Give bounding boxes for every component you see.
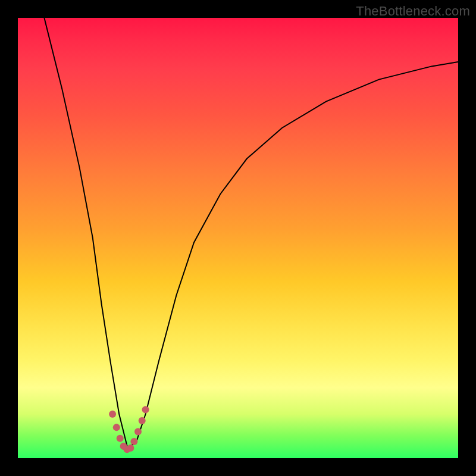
highlight-dot [139, 417, 146, 424]
highlight-dot [134, 428, 142, 436]
highlight-dot [109, 411, 116, 418]
highlight-dot [127, 444, 134, 452]
bottleneck-chart [18, 18, 458, 458]
plot-frame [18, 18, 458, 458]
highlight-dot [142, 406, 149, 414]
bottleneck-curve [44, 18, 458, 449]
highlight-dot [113, 424, 120, 431]
highlight-dot [130, 438, 137, 445]
watermark-text: TheBottleneck.com [356, 4, 470, 19]
highlight-dot [117, 435, 124, 442]
highlight-dots [109, 406, 149, 453]
